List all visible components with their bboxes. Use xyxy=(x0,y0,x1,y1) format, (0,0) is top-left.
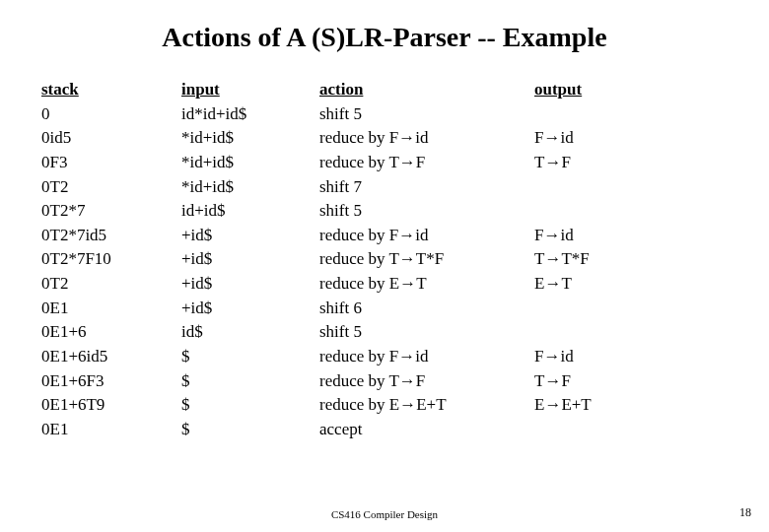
cell-output xyxy=(534,175,672,200)
cell-output: T→T*F xyxy=(534,247,672,272)
column-action: action shift 5reduce by F→idreduce by T→… xyxy=(319,78,534,442)
cell-action: reduce by F→id xyxy=(319,126,534,151)
column-output: output F→idT→F F→idT→T*FE→T F→idT→FE→E+T xyxy=(534,78,672,442)
cell-stack: 0id5 xyxy=(41,126,181,151)
cell-action: reduce by T→F xyxy=(319,369,534,394)
cell-input: +id$ xyxy=(181,272,319,297)
cell-stack: 0F3 xyxy=(41,151,181,175)
cell-action: reduce by E→T xyxy=(319,272,534,297)
cell-input: $ xyxy=(181,418,319,442)
cell-output: E→E+T xyxy=(534,393,672,418)
cell-stack: 0T2*7F10 xyxy=(41,247,181,272)
column-stack: stack 00id50F30T20T2*70T2*7id50T2*7F100T… xyxy=(41,78,181,442)
cell-output: T→F xyxy=(534,369,672,394)
cell-input: +id$ xyxy=(181,224,319,248)
cell-action: reduce by E→E+T xyxy=(319,393,534,418)
page-number: 18 xyxy=(739,505,751,520)
cell-action: shift 6 xyxy=(319,297,534,321)
cell-stack: 0T2 xyxy=(41,175,181,200)
cell-output xyxy=(534,320,672,345)
cell-stack: 0 xyxy=(41,102,181,127)
cell-action: shift 5 xyxy=(319,320,534,345)
cell-action: shift 5 xyxy=(319,102,534,127)
cell-input: id*id+id$ xyxy=(181,102,319,127)
footer-text: CS416 Compiler Design xyxy=(0,508,769,520)
cell-action: reduce by F→id xyxy=(319,345,534,369)
header-action: action xyxy=(319,78,534,102)
cell-input: id$ xyxy=(181,320,319,345)
cell-output: T→F xyxy=(534,151,672,175)
cell-stack: 0T2 xyxy=(41,272,181,297)
cell-stack: 0E1 xyxy=(41,297,181,321)
cell-output: F→id xyxy=(534,224,672,248)
cell-input: $ xyxy=(181,369,319,394)
cell-output xyxy=(534,297,672,321)
cell-input: *id+id$ xyxy=(181,151,319,175)
cell-stack: 0E1 xyxy=(41,418,181,442)
cell-output: F→id xyxy=(534,126,672,151)
cell-action: reduce by T→T*F xyxy=(319,247,534,272)
cell-input: $ xyxy=(181,393,319,418)
cell-action: shift 7 xyxy=(319,175,534,200)
cell-stack: 0E1+6F3 xyxy=(41,369,181,394)
cell-action: reduce by F→id xyxy=(319,224,534,248)
header-stack: stack xyxy=(41,78,181,102)
parse-table: stack 00id50F30T20T2*70T2*7id50T2*7F100T… xyxy=(0,78,769,442)
header-input: input xyxy=(181,78,319,102)
cell-output: E→T xyxy=(534,272,672,297)
cell-stack: 0T2*7 xyxy=(41,199,181,224)
header-output: output xyxy=(534,78,672,102)
cell-input: +id$ xyxy=(181,297,319,321)
cell-stack: 0E1+6T9 xyxy=(41,393,181,418)
cell-stack: 0E1+6id5 xyxy=(41,345,181,369)
cell-output: F→id xyxy=(534,345,672,369)
slide-title: Actions of A (S)LR-Parser -- Example xyxy=(0,0,769,78)
cell-action: accept xyxy=(319,418,534,442)
cell-input: *id+id$ xyxy=(181,175,319,200)
cell-output xyxy=(534,199,672,224)
cell-input: +id$ xyxy=(181,247,319,272)
cell-output xyxy=(534,102,672,127)
cell-input: id+id$ xyxy=(181,199,319,224)
cell-action: shift 5 xyxy=(319,199,534,224)
cell-stack: 0E1+6 xyxy=(41,320,181,345)
cell-stack: 0T2*7id5 xyxy=(41,224,181,248)
cell-output xyxy=(534,418,672,442)
cell-input: *id+id$ xyxy=(181,126,319,151)
cell-input: $ xyxy=(181,345,319,369)
cell-action: reduce by T→F xyxy=(319,151,534,175)
column-input: input id*id+id$*id+id$*id+id$*id+id$id+i… xyxy=(181,78,319,442)
